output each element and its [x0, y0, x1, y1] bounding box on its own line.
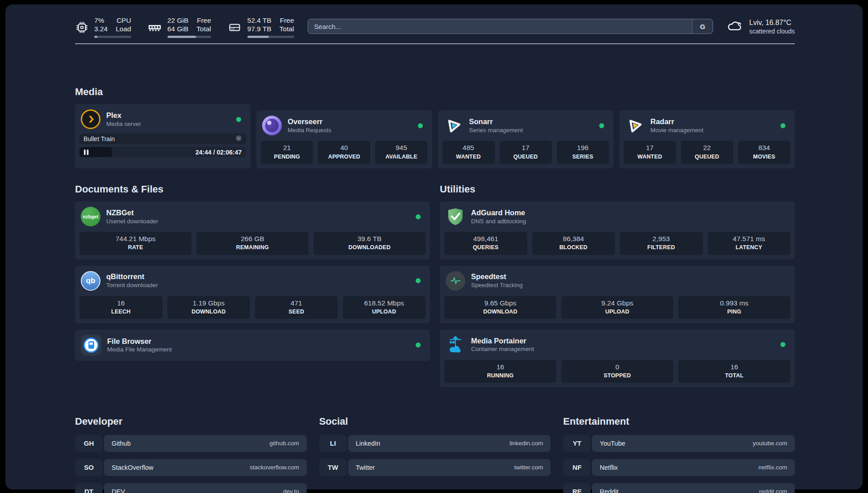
memory-total-value: 64 GiB	[167, 25, 188, 33]
stat-label: WANTED	[626, 153, 674, 160]
stat-value: 196	[559, 143, 607, 152]
bookmark-name: YouTube	[600, 440, 625, 447]
section-title-media: Media	[75, 86, 795, 98]
stat-label: TOTAL	[680, 372, 789, 379]
bookmarks-social: Social LI LinkedIn linkedin.com TW Twitt…	[319, 387, 551, 493]
cpu-usage-value: 7%	[94, 17, 108, 25]
stat-value: 16	[446, 363, 555, 372]
service-card-qbittorrent: qb qBittorrent Torrent downloader 16 LEE…	[75, 266, 430, 323]
stat-box: 16 RUNNING	[444, 360, 556, 383]
disk-total-value: 97.9 TB	[247, 25, 271, 33]
bookmark-url: linkedin.com	[509, 440, 543, 447]
service-link-portainer[interactable]: Media Portainer Container management	[444, 334, 790, 355]
stat-value: 0.993 ms	[680, 299, 789, 308]
stat-value: 1.19 Gbps	[169, 299, 249, 308]
top-bar: 7% 3.24 CPU Load	[75, 17, 795, 38]
bookmark-dev[interactable]: DT DEV dev.to	[75, 483, 307, 493]
service-card-filebrowser: File Browser Media File Management	[75, 330, 430, 361]
topbar-divider	[75, 43, 795, 44]
section-documents: Documents & Files nzbget NZBGet Usenet d…	[75, 168, 430, 388]
pause-icon	[84, 150, 89, 155]
service-link-qbittorrent[interactable]: qb qBittorrent Torrent downloader	[79, 270, 426, 292]
stat-label: UPLOAD	[563, 308, 672, 315]
stat-box: 9.65 Gbps DOWNLOAD	[444, 296, 556, 319]
disk-icon	[227, 20, 242, 35]
stat-label: UPLOAD	[345, 308, 424, 315]
bookmark-abbr: YT	[563, 435, 591, 452]
plex-icon	[81, 109, 100, 129]
memory-free-value: 22 GiB	[167, 17, 188, 25]
stat-label: DOWNLOAD	[446, 308, 555, 315]
stat-box: 196 SERIES	[557, 141, 609, 163]
stat-box: 0 STOPPED	[561, 360, 673, 383]
bookmark-linkedin[interactable]: LI LinkedIn linkedin.com	[319, 435, 551, 452]
stat-value: 22	[683, 143, 731, 152]
playback-time: 24:44 / 02:06:47	[196, 149, 242, 156]
service-link-overseerr[interactable]: Overseerr Media Requests	[261, 115, 427, 136]
disk-widget: 52.4 TB 97.9 TB Free Total	[227, 17, 294, 38]
stat-value: 39.6 TB	[315, 234, 424, 243]
stat-label: PING	[680, 308, 789, 315]
service-link-plex[interactable]: Plex Media server	[79, 109, 246, 130]
stat-box: 86,384 BLOCKED	[532, 232, 615, 255]
bookmark-name: Twitter	[356, 464, 375, 471]
memory-progress-bar	[167, 36, 211, 38]
stat-box: 9.24 Gbps UPLOAD	[561, 296, 673, 319]
bookmark-github[interactable]: GH Github github.com	[75, 435, 307, 452]
service-link-speedtest[interactable]: Speedtest Speedtest Tracking	[444, 270, 790, 292]
stat-value: 498,461	[446, 234, 526, 243]
bookmark-twitter[interactable]: TW Twitter twitter.com	[319, 459, 551, 476]
bookmark-name: StackOverflow	[112, 464, 153, 471]
section-title-developer: Developer	[75, 416, 307, 427]
stat-box: 1.19 Gbps DOWNLOAD	[167, 296, 250, 319]
search-input[interactable]	[308, 19, 713, 34]
stat-box: 471 SEED	[255, 296, 338, 319]
stat-value: 16	[81, 299, 161, 308]
service-link-sonarr[interactable]: Sonarr Series management	[442, 115, 609, 136]
stat-label: DOWNLOADED	[315, 244, 424, 251]
stat-box: 266 GB REMAINING	[196, 232, 309, 255]
service-card-speedtest: Speedtest Speedtest Tracking 9.65 Gbps D…	[440, 266, 795, 323]
service-link-radarr[interactable]: Radarr Movie management	[624, 115, 790, 136]
service-card-overseerr: Overseerr Media Requests 21 PENDING 40 A…	[256, 110, 432, 168]
service-description: DNS and adblocking	[471, 218, 789, 226]
bookmark-url: reddit.com	[759, 488, 787, 493]
service-link-filebrowser[interactable]: File Browser Media File Management	[79, 334, 426, 356]
service-description: Movie management	[651, 127, 775, 134]
service-description: Media server	[106, 121, 230, 128]
cpu-icon	[75, 21, 89, 34]
stat-value: 2,953	[622, 234, 701, 243]
bookmark-reddit[interactable]: RE Reddit reddit.com	[563, 483, 795, 493]
filebrowser-icon	[81, 335, 101, 355]
gear-icon[interactable]	[235, 135, 242, 143]
service-link-nzbget[interactable]: nzbget NZBGet Usenet downloader	[79, 206, 426, 227]
status-dot	[418, 123, 423, 128]
bookmark-name: DEV	[112, 488, 125, 493]
bookmark-url: github.com	[270, 440, 299, 447]
bookmark-url: stackoverflow.com	[250, 464, 299, 471]
service-link-adguard[interactable]: AdGuard Home DNS and adblocking	[444, 206, 790, 227]
stat-label: FILTERED	[622, 244, 701, 251]
resource-monitors: 7% 3.24 CPU Load	[75, 17, 294, 38]
section-title-social: Social	[319, 416, 551, 427]
service-name: File Browser	[107, 337, 410, 346]
stat-label: MOVIES	[740, 153, 789, 160]
weather-widget: Lviv, 16.87°C scattered clouds	[726, 18, 795, 36]
bookmark-netflix[interactable]: NF Netflix netflix.com	[563, 459, 795, 476]
service-card-radarr: Radarr Movie management 17 WANTED 22 QUE…	[619, 110, 795, 168]
search-provider-button[interactable]: G	[692, 19, 713, 33]
adguard-icon	[446, 207, 465, 226]
stat-label: LATENCY	[709, 244, 789, 251]
bookmark-stackoverflow[interactable]: SO StackOverflow stackoverflow.com	[75, 459, 307, 476]
cpu-widget: 7% 3.24 CPU Load	[75, 17, 131, 38]
stat-label: QUEUED	[683, 153, 731, 160]
service-name: NZBGet	[106, 208, 410, 217]
stat-label: WANTED	[444, 153, 493, 160]
weather-condition: scattered clouds	[749, 27, 795, 35]
stat-label: DOWNLOAD	[169, 308, 249, 315]
service-name: AdGuard Home	[471, 208, 789, 217]
bookmark-youtube[interactable]: YT YouTube youtube.com	[563, 435, 795, 452]
bookmarks-entertainment: Entertainment YT YouTube youtube.com NF …	[563, 387, 795, 493]
section-utilities: Utilities	[440, 168, 795, 388]
stat-value: 485	[444, 143, 493, 152]
